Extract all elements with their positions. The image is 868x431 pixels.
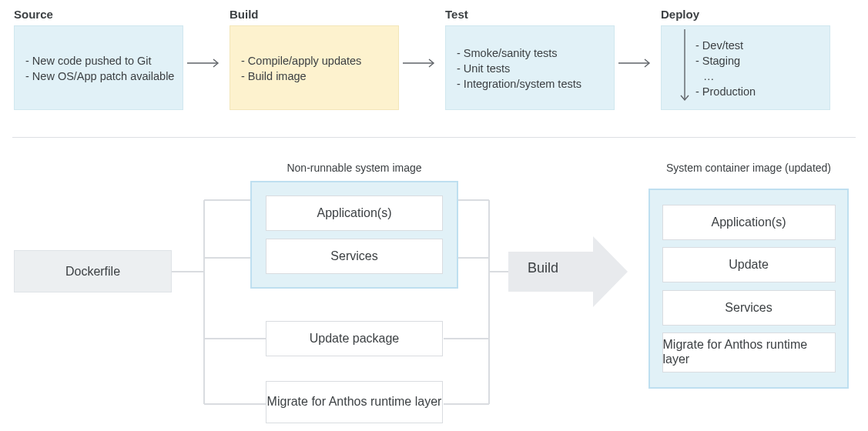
- stage-box-build: - Compile/apply updates - Build image: [230, 25, 399, 110]
- output-layer-applications: Application(s): [662, 205, 836, 240]
- arrow-right-icon: [615, 29, 661, 114]
- stage-item: …: [695, 69, 822, 83]
- stage-item: - Dev/test: [695, 38, 822, 52]
- layer-box-applications: Application(s): [266, 195, 443, 231]
- arrow-right-icon: [183, 29, 230, 114]
- output-frame: Application(s) Update Services Migrate f…: [648, 189, 849, 389]
- output-layer-migrate: Migrate for Anthos runtime layer: [662, 332, 836, 373]
- stage-title: Deploy: [661, 8, 830, 21]
- layer-box-services: Services: [266, 239, 443, 274]
- stage-box-test: - Smoke/sanity tests - Unit tests - Inte…: [445, 25, 615, 110]
- stage-title: Test: [445, 8, 615, 21]
- nonrunnable-frame: Application(s) Services: [250, 181, 458, 289]
- arrow-right-icon: [399, 29, 445, 114]
- stage-item: - New OS/App patch available: [25, 69, 175, 83]
- pipeline-row: Source - New code pushed to Git - New OS…: [14, 8, 830, 114]
- stage-item: - Staging: [695, 54, 822, 68]
- output-layer-update: Update: [662, 247, 836, 282]
- stage-item: - Smoke/sanity tests: [457, 46, 606, 60]
- pipeline-stage-test: Test - Smoke/sanity tests - Unit tests -…: [445, 8, 615, 110]
- dockerfile-box: Dockerfile: [14, 250, 172, 292]
- stage-box-source: - New code pushed to Git - New OS/App pa…: [14, 25, 183, 110]
- arrow-down-icon: [679, 29, 690, 109]
- svg-marker-4: [508, 236, 628, 307]
- update-package-box: Update package: [266, 321, 443, 356]
- output-label: System container image (updated): [648, 162, 849, 174]
- stage-item: - Integration/system tests: [457, 77, 606, 91]
- nonrunnable-label: Non-runnable system image: [250, 162, 458, 174]
- stage-item: - Build image: [241, 69, 390, 83]
- stage-item: - Compile/apply updates: [241, 54, 390, 68]
- stage-item: - New code pushed to Git: [25, 54, 175, 68]
- stage-item: - Production: [695, 85, 822, 99]
- pipeline-stage-source: Source - New code pushed to Git - New OS…: [14, 8, 183, 110]
- stage-item: - Unit tests: [457, 62, 606, 75]
- build-label: Build: [528, 260, 558, 276]
- section-divider: [12, 137, 856, 138]
- stage-title: Build: [230, 8, 399, 21]
- stage-title: Source: [14, 8, 183, 21]
- output-layer-services: Services: [662, 290, 836, 326]
- pipeline-stage-build: Build - Compile/apply updates - Build im…: [230, 8, 399, 110]
- build-diagram: Non-runnable system image System contain…: [0, 150, 868, 427]
- migrate-layer-box: Migrate for Anthos runtime layer: [266, 381, 443, 423]
